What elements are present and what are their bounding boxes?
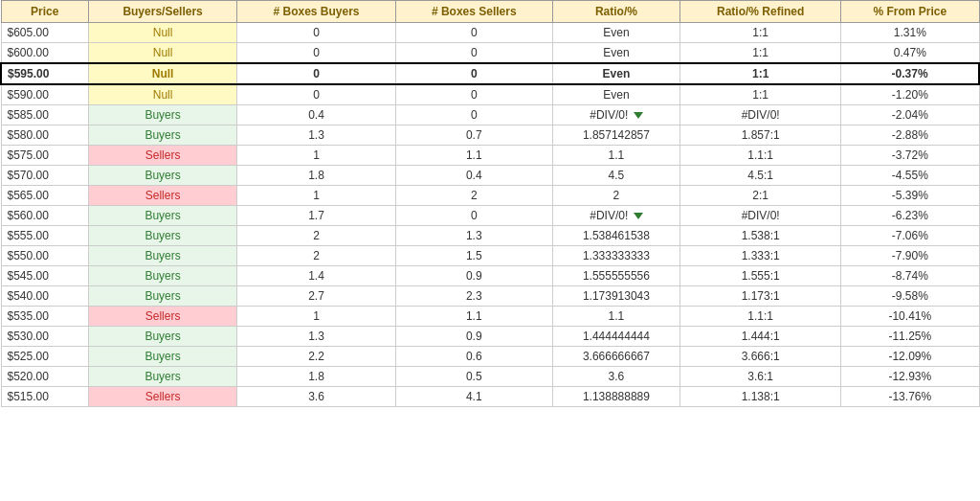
buyers-sellers-cell: Buyers — [89, 206, 237, 226]
from-price-cell: -7.06% — [841, 226, 979, 246]
column-header: Buyers/Sellers — [89, 1, 237, 23]
price-cell: $540.00 — [1, 286, 89, 307]
box-sellers-cell: 0.6 — [395, 347, 552, 367]
price-cell: $565.00 — [1, 186, 89, 206]
table-row: $550.00Buyers21.51.3333333331.333:1-7.90… — [1, 246, 979, 266]
ratio-refined-cell: 1.555:1 — [680, 266, 841, 286]
from-price-cell: 0.47% — [841, 43, 979, 64]
box-sellers-cell: 1.5 — [395, 246, 552, 266]
from-price-cell: -5.39% — [841, 186, 979, 206]
box-sellers-cell: 2 — [395, 186, 552, 206]
ratio-refined-cell: 1.1:1 — [680, 307, 841, 327]
price-cell: $560.00 — [1, 206, 89, 226]
price-cell: $590.00 — [1, 84, 89, 105]
ratio-refined-cell: #DIV/0! — [680, 206, 841, 226]
box-sellers-cell: 0 — [395, 84, 552, 105]
box-buyers-cell: 0 — [237, 63, 396, 84]
price-cell: $530.00 — [1, 327, 89, 347]
table-row: $530.00Buyers1.30.91.4444444441.444:1-11… — [1, 327, 979, 347]
buyers-sellers-cell: Null — [89, 84, 237, 105]
box-buyers-cell: 1 — [237, 307, 396, 327]
price-cell: $545.00 — [1, 266, 89, 286]
buyers-sellers-cell: Buyers — [89, 266, 237, 286]
ratio-cell: #DIV/0! — [552, 206, 680, 226]
box-buyers-cell: 0 — [237, 84, 396, 105]
ratio-refined-cell: 3.666:1 — [680, 347, 841, 367]
price-cell: $515.00 — [1, 387, 89, 407]
ratio-refined-cell: 4.5:1 — [680, 166, 841, 186]
buyers-sellers-cell: Buyers — [89, 105, 237, 125]
from-price-cell: -1.20% — [841, 84, 979, 105]
box-sellers-cell: 0.5 — [395, 367, 552, 387]
column-header: Ratio/% — [552, 1, 680, 23]
price-cell: $555.00 — [1, 226, 89, 246]
column-header: # Boxes Buyers — [237, 1, 396, 23]
from-price-cell: -4.55% — [841, 166, 979, 186]
box-buyers-cell: 2.2 — [237, 347, 396, 367]
column-header: # Boxes Sellers — [395, 1, 552, 23]
ratio-refined-cell: 1.173:1 — [680, 286, 841, 307]
price-cell: $595.00 — [1, 63, 89, 84]
buyers-sellers-cell: Buyers — [89, 166, 237, 186]
box-sellers-cell: 2.3 — [395, 286, 552, 307]
table-row: $575.00Sellers11.11.11.1:1-3.72% — [1, 146, 979, 166]
buyers-sellers-cell: Buyers — [89, 367, 237, 387]
ratio-refined-cell: 1.444:1 — [680, 327, 841, 347]
box-buyers-cell: 2.7 — [237, 286, 396, 307]
from-price-cell: -6.23% — [841, 206, 979, 226]
ratio-refined-cell: 1.538:1 — [680, 226, 841, 246]
from-price-cell: -2.04% — [841, 105, 979, 125]
box-sellers-cell: 1.1 — [395, 307, 552, 327]
box-sellers-cell: 1.1 — [395, 146, 552, 166]
price-cell: $570.00 — [1, 166, 89, 186]
price-cell: $575.00 — [1, 146, 89, 166]
price-cell: $585.00 — [1, 105, 89, 125]
price-cell: $600.00 — [1, 43, 89, 64]
ratio-refined-cell: 1.857:1 — [680, 125, 841, 146]
table-row: $565.00Sellers1222:1-5.39% — [1, 186, 979, 206]
buyers-sellers-cell: Buyers — [89, 125, 237, 146]
buyers-sellers-cell: Sellers — [89, 186, 237, 206]
from-price-cell: 1.31% — [841, 23, 979, 43]
buyers-sellers-cell: Sellers — [89, 307, 237, 327]
column-header: % From Price — [841, 1, 979, 23]
table-row: $580.00Buyers1.30.71.8571428571.857:1-2.… — [1, 125, 979, 146]
ratio-cell: 1.173913043 — [552, 286, 680, 307]
box-buyers-cell: 1.8 — [237, 166, 396, 186]
box-sellers-cell: 4.1 — [395, 387, 552, 407]
column-header: Price — [1, 1, 89, 23]
buyers-sellers-cell: Buyers — [89, 246, 237, 266]
table-row: $560.00Buyers1.70#DIV/0! #DIV/0!-6.23% — [1, 206, 979, 226]
ratio-refined-cell: 1:1 — [680, 23, 841, 43]
buyers-sellers-cell: Buyers — [89, 226, 237, 246]
price-cell: $550.00 — [1, 246, 89, 266]
box-buyers-cell: 1.7 — [237, 206, 396, 226]
main-table: PriceBuyers/Sellers# Boxes Buyers# Boxes… — [0, 0, 980, 407]
buyers-sellers-cell: Buyers — [89, 327, 237, 347]
price-cell: $525.00 — [1, 347, 89, 367]
from-price-cell: -13.76% — [841, 387, 979, 407]
table-row: $515.00Sellers3.64.11.1388888891.138:1-1… — [1, 387, 979, 407]
box-sellers-cell: 0.9 — [395, 266, 552, 286]
box-buyers-cell: 1 — [237, 186, 396, 206]
box-buyers-cell: 2 — [237, 226, 396, 246]
ratio-refined-cell: 1.333:1 — [680, 246, 841, 266]
box-buyers-cell: 3.6 — [237, 387, 396, 407]
box-sellers-cell: 0 — [395, 63, 552, 84]
ratio-cell: 3.6 — [552, 367, 680, 387]
from-price-cell: -11.25% — [841, 327, 979, 347]
ratio-cell: 1.857142857 — [552, 125, 680, 146]
ratio-cell: Even — [552, 43, 680, 64]
from-price-cell: -10.41% — [841, 307, 979, 327]
box-sellers-cell: 0 — [395, 43, 552, 64]
from-price-cell: -7.90% — [841, 246, 979, 266]
buyers-sellers-cell: Sellers — [89, 146, 237, 166]
from-price-cell: -8.74% — [841, 266, 979, 286]
box-sellers-cell: 0 — [395, 23, 552, 43]
ratio-cell: #DIV/0! — [552, 105, 680, 125]
buyers-sellers-cell: Buyers — [89, 286, 237, 307]
box-buyers-cell: 1.3 — [237, 125, 396, 146]
from-price-cell: -0.37% — [841, 63, 979, 84]
price-cell: $520.00 — [1, 367, 89, 387]
table-row: $570.00Buyers1.80.44.54.5:1-4.55% — [1, 166, 979, 186]
